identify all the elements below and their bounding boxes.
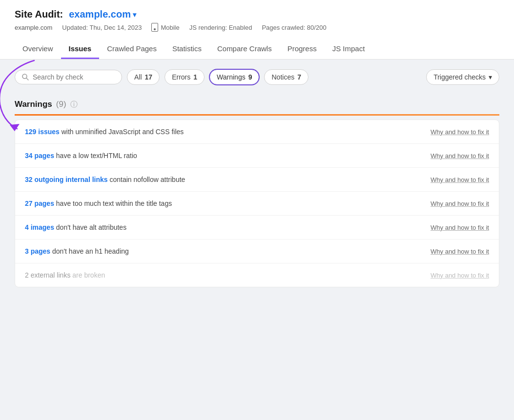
filter-notices-button[interactable]: Notices 7 (264, 69, 308, 85)
all-label: All (134, 73, 142, 81)
filter-errors-button[interactable]: Errors 1 (164, 69, 205, 85)
issue-desc-1: with unminified JavaScript and CSS files (62, 128, 184, 136)
errors-label: Errors (172, 73, 190, 81)
section-title: Warnings (15, 100, 52, 109)
table-row: 27 pages have too much text within the t… (15, 192, 499, 216)
search-icon (22, 74, 29, 80)
domain-text: example.com (69, 9, 131, 20)
content-area: All 17 Errors 1 Warnings 9 Notices 7 Tri… (0, 60, 514, 297)
meta-updated: Updated: Thu, Dec 14, 2023 (62, 24, 142, 31)
issue-link-7[interactable]: 2 external links (25, 271, 70, 279)
table-row: 3 pages don't have an h1 heading Why and… (15, 240, 499, 263)
tab-compare-crawls[interactable]: Compare Crawls (209, 40, 280, 59)
table-row: 34 pages have a low text/HTML ratio Why … (15, 144, 499, 168)
issue-link-4[interactable]: 27 pages (25, 200, 54, 207)
meta-pages-crawled: Pages crawled: 80/200 (262, 24, 326, 31)
site-audit-label: Site Audit: (15, 9, 63, 20)
issue-desc-6: don't have an h1 heading (52, 247, 129, 255)
why-link-1[interactable]: Why and how to fix it (431, 128, 489, 136)
issue-text-7: 2 external links are broken (25, 271, 426, 279)
meta-domain: example.com (15, 24, 52, 31)
meta-js-rendering: JS rendering: Enabled (189, 24, 252, 31)
triggered-label: Triggered checks (433, 73, 486, 81)
triggered-checks-button[interactable]: Triggered checks ▾ (426, 69, 499, 85)
table-row: 4 images don't have alt attributes Why a… (15, 216, 499, 240)
table-row: 2 external links are broken Why and how … (15, 263, 499, 287)
notices-count: 7 (297, 73, 301, 81)
mobile-label: Mobile (161, 24, 179, 31)
warnings-label: Warnings (217, 73, 246, 81)
issue-link-3[interactable]: 32 outgoing internal links (25, 176, 108, 183)
why-link-6[interactable]: Why and how to fix it (431, 248, 489, 255)
tab-crawled-pages[interactable]: Crawled Pages (99, 40, 164, 59)
errors-count: 1 (193, 73, 197, 81)
tab-issues[interactable]: Issues (61, 40, 100, 59)
issue-text-6: 3 pages don't have an h1 heading (25, 247, 426, 255)
section-header: Warnings (9) ⓘ (15, 95, 499, 112)
issue-link-5[interactable]: 4 images (25, 223, 54, 231)
tab-progress[interactable]: Progress (280, 40, 325, 59)
issue-link-2[interactable]: 34 pages (25, 152, 54, 160)
info-icon[interactable]: ⓘ (70, 100, 78, 109)
header-top: Site Audit: example.com ▾ (15, 9, 499, 20)
svg-line-1 (26, 78, 28, 80)
header-meta: example.com Updated: Thu, Dec 14, 2023 M… (15, 23, 499, 32)
issue-desc-2: have a low text/HTML ratio (56, 152, 137, 160)
all-count: 17 (145, 73, 153, 81)
why-link-3[interactable]: Why and how to fix it (431, 176, 489, 183)
warnings-section: Warnings (9) ⓘ 129 issues with unminifie… (15, 95, 499, 287)
issue-text-1: 129 issues with unminified JavaScript an… (25, 128, 426, 136)
issue-text-2: 34 pages have a low text/HTML ratio (25, 152, 426, 160)
filter-bar: All 17 Errors 1 Warnings 9 Notices 7 Tri… (15, 69, 499, 85)
warnings-count: 9 (248, 73, 252, 81)
triggered-chevron-icon: ▾ (489, 73, 492, 81)
issue-desc-4: have too much text within the title tags (56, 200, 172, 207)
why-link-5[interactable]: Why and how to fix it (431, 224, 489, 231)
issue-link-6[interactable]: 3 pages (25, 247, 50, 255)
notices-label: Notices (271, 73, 294, 81)
issues-list: 129 issues with unminified JavaScript an… (15, 120, 499, 287)
tab-js-impact[interactable]: JS Impact (325, 40, 373, 59)
table-row: 129 issues with unminified JavaScript an… (15, 120, 499, 144)
tab-statistics[interactable]: Statistics (164, 40, 209, 59)
section-count: (9) (56, 100, 66, 109)
nav-tabs: Overview Issues Crawled Pages Statistics… (15, 40, 499, 59)
domain-chevron-icon: ▾ (133, 11, 136, 19)
issue-text-4: 27 pages have too much text within the t… (25, 200, 426, 207)
why-link-4[interactable]: Why and how to fix it (431, 200, 489, 207)
header: Site Audit: example.com ▾ example.com Up… (0, 0, 514, 60)
tab-overview[interactable]: Overview (15, 40, 61, 59)
filter-warnings-button[interactable]: Warnings 9 (209, 69, 259, 85)
table-row: 32 outgoing internal links contain nofol… (15, 168, 499, 192)
filter-all-button[interactable]: All 17 (127, 69, 160, 85)
issue-desc-3: contain nofollow attribute (109, 176, 185, 183)
site-domain-link[interactable]: example.com ▾ (69, 9, 136, 20)
orange-bar (15, 114, 499, 116)
issue-text-5: 4 images don't have alt attributes (25, 223, 426, 231)
search-input-wrapper (15, 70, 122, 84)
why-link-2[interactable]: Why and how to fix it (431, 152, 489, 160)
search-input[interactable] (33, 73, 111, 81)
meta-mobile: Mobile (151, 23, 179, 32)
mobile-icon (151, 23, 158, 32)
issue-link-1[interactable]: 129 issues (25, 128, 60, 136)
issue-desc-5: don't have alt attributes (56, 223, 126, 231)
issue-desc-7: are broken (72, 271, 105, 279)
issue-text-3: 32 outgoing internal links contain nofol… (25, 176, 426, 183)
why-link-7[interactable]: Why and how to fix it (431, 272, 489, 279)
